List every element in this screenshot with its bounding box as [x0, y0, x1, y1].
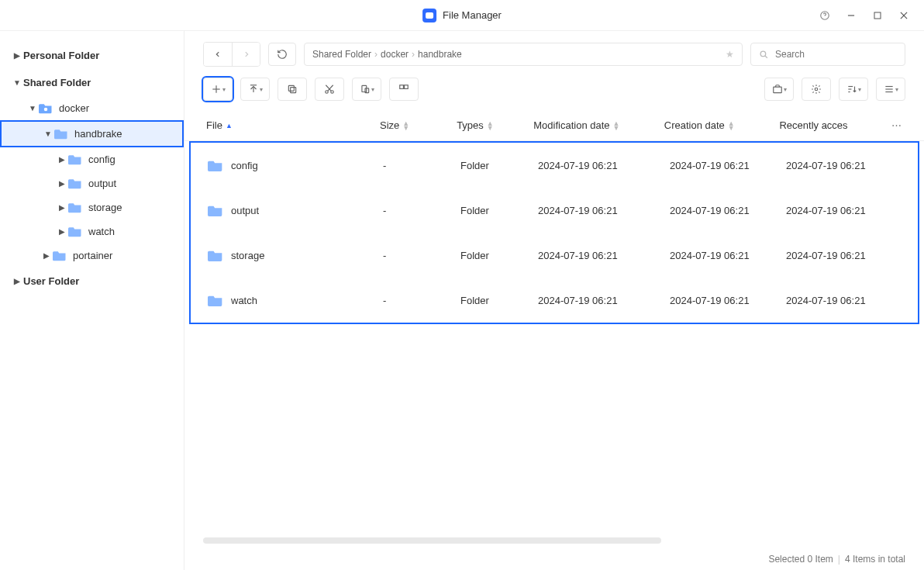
sidebar-item-handbrake[interactable]: ▼ handbrake — [0, 120, 184, 147]
settings-button[interactable] — [802, 78, 831, 101]
folder-icon — [208, 159, 223, 172]
horizontal-scrollbar[interactable] — [203, 537, 661, 544]
minimize-button[interactable] — [843, 8, 859, 23]
status-bar: Selected 0 Item | 4 Items in total — [184, 548, 924, 570]
row-name: config — [231, 160, 258, 171]
copy-button[interactable] — [278, 78, 307, 101]
chevron-right-icon: › — [412, 49, 415, 60]
row-size: - — [383, 205, 386, 216]
sidebar-item-portainer[interactable]: ▶ portainer — [0, 244, 184, 268]
chevron-right-icon: ▶ — [56, 155, 68, 164]
toolbar: Shared Folder › docker › handbrake ★ — [184, 31, 924, 73]
title-center: File Manager — [422, 9, 502, 22]
sidebar-item-docker[interactable]: ▼ docker — [0, 96, 184, 120]
th-size[interactable]: Size ▲▼ — [380, 119, 457, 131]
svg-point-7 — [760, 51, 766, 57]
shared-folder-icon — [39, 102, 53, 114]
chevron-down-icon: ▼ — [11, 78, 23, 87]
svg-rect-12 — [291, 88, 296, 93]
sidebar-label-user: User Folder — [23, 275, 79, 287]
row-size: - — [383, 295, 386, 306]
close-button[interactable] — [896, 8, 912, 23]
archive-button[interactable]: ▾ — [764, 78, 794, 101]
th-create-label: Creation date — [664, 119, 725, 131]
upload-button[interactable]: ▾ — [240, 78, 270, 101]
chevron-down-icon: ▼ — [26, 104, 39, 112]
folder-icon — [208, 294, 223, 307]
row-type: Folder — [460, 205, 489, 216]
row-name: storage — [231, 250, 264, 261]
folder-icon — [68, 178, 82, 189]
sort-icon: ▲▼ — [487, 121, 494, 130]
status-total: 4 Items in total — [845, 554, 905, 565]
table-row[interactable]: config-Folder2024-07-19 06:212024-07-19 … — [191, 143, 918, 188]
th-mod[interactable]: Modification date ▲▼ — [533, 119, 664, 131]
sidebar-label-storage: storage — [88, 202, 122, 213]
breadcrumb[interactable]: Shared Folder › docker › handbrake ★ — [304, 43, 743, 66]
svg-rect-18 — [361, 85, 366, 92]
refresh-button[interactable] — [268, 43, 296, 66]
svg-rect-13 — [288, 85, 294, 91]
row-mod: 2024-07-19 06:21 — [538, 250, 618, 261]
chevron-right-icon: ▶ — [56, 227, 68, 236]
table-row[interactable]: output-Folder2024-07-19 06:212024-07-19 … — [191, 188, 918, 233]
chevron-right-icon: ▶ — [11, 277, 23, 285]
row-name: watch — [231, 295, 257, 306]
sidebar-label-handbrake: handbrake — [74, 128, 122, 140]
crumb-1[interactable]: docker — [381, 49, 409, 60]
table-row[interactable]: storage-Folder2024-07-19 06:212024-07-19… — [191, 233, 918, 278]
row-acc: 2024-07-19 06:21 — [786, 205, 866, 216]
back-button[interactable] — [204, 43, 232, 66]
folder-icon — [68, 226, 82, 237]
sidebar: ▶ Personal Folder ▼ Shared Folder ▼ dock… — [0, 31, 184, 570]
sidebar-label-config: config — [88, 154, 116, 165]
search-input[interactable] — [775, 49, 897, 60]
sidebar-item-user[interactable]: ▶ User Folder — [0, 268, 184, 295]
favorite-icon[interactable]: ★ — [726, 49, 734, 60]
maximize-button[interactable] — [870, 8, 885, 23]
svg-rect-21 — [405, 85, 409, 89]
row-mod: 2024-07-19 06:21 — [538, 295, 618, 306]
folder-icon — [68, 154, 82, 165]
row-create: 2024-07-19 06:21 — [670, 295, 750, 306]
table-row[interactable]: watch-Folder2024-07-19 06:212024-07-19 0… — [191, 278, 918, 323]
sidebar-item-shared[interactable]: ▼ Shared Folder — [0, 69, 184, 96]
chevron-right-icon: ▶ — [40, 251, 53, 260]
sidebar-label-shared: Shared Folder — [23, 77, 91, 88]
cut-button[interactable] — [315, 78, 344, 101]
titlebar: File Manager — [0, 0, 924, 31]
folder-icon — [208, 204, 223, 217]
chevron-right-icon: ▶ — [11, 51, 23, 60]
sort-button[interactable]: ▾ — [839, 78, 868, 101]
help-button[interactable] — [817, 8, 833, 23]
crumb-2[interactable]: handbrake — [418, 49, 462, 60]
sidebar-item-output[interactable]: ▶ output — [0, 171, 184, 195]
sort-icon: ▲▼ — [728, 121, 735, 130]
columns-more-button[interactable]: ⋯ — [887, 119, 905, 131]
sort-icon: ▲▼ — [613, 121, 620, 130]
sidebar-label-portainer: portainer — [73, 250, 112, 261]
crumb-0[interactable]: Shared Folder — [312, 49, 371, 60]
th-file[interactable]: File ▲ — [203, 119, 380, 131]
row-name: output — [231, 205, 259, 216]
sort-icon: ▲ — [226, 123, 233, 128]
new-button[interactable]: ▾ — [203, 78, 233, 101]
th-file-label: File — [206, 119, 222, 131]
chevron-right-icon: ▶ — [56, 203, 68, 212]
forward-button[interactable] — [232, 43, 260, 66]
th-create[interactable]: Creation date ▲▼ — [664, 119, 780, 131]
sidebar-item-storage[interactable]: ▶ storage — [0, 195, 184, 219]
th-acc[interactable]: Recently acces — [779, 119, 887, 131]
search-box[interactable] — [750, 43, 905, 66]
paste-button[interactable]: ▾ — [352, 78, 381, 101]
view-button[interactable]: ▾ — [876, 78, 905, 101]
multi-select-button[interactable] — [389, 78, 419, 101]
th-types[interactable]: Types ▲▼ — [457, 119, 533, 131]
main-panel: Shared Folder › docker › handbrake ★ ▾ — [184, 31, 924, 570]
sidebar-item-personal[interactable]: ▶ Personal Folder — [0, 42, 184, 69]
sidebar-label-watch: watch — [88, 226, 115, 237]
sidebar-item-watch[interactable]: ▶ watch — [0, 219, 184, 244]
row-create: 2024-07-19 06:21 — [670, 160, 750, 171]
sidebar-item-config[interactable]: ▶ config — [0, 147, 184, 171]
sort-icon: ▲▼ — [402, 121, 409, 130]
